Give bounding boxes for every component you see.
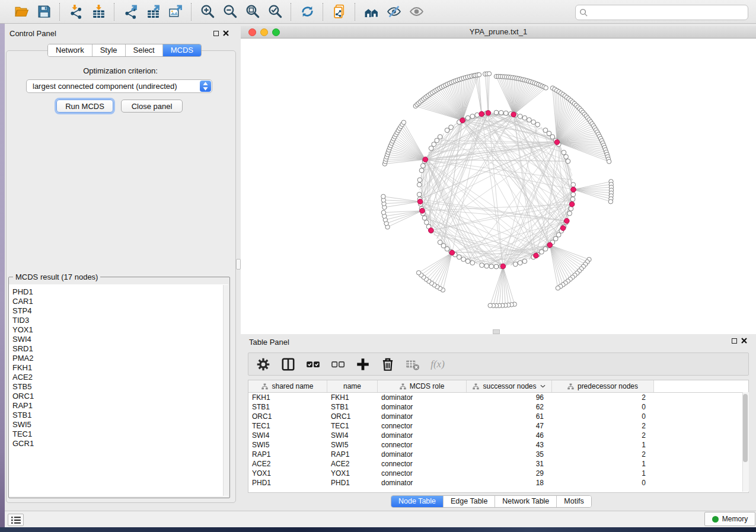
column-header-shared-name[interactable]: shared name xyxy=(248,380,327,392)
export-network-icon[interactable] xyxy=(122,4,139,20)
function-icon[interactable]: f(x) xyxy=(430,357,445,372)
search-box[interactable] xyxy=(575,5,748,20)
table-row-FKH1[interactable]: FKH1FKH1dominator962 xyxy=(248,393,748,402)
node-table-header: shared namenameMCDS rolesuccessor nodesp… xyxy=(248,380,748,393)
column-header-MCDS-role[interactable]: MCDS role xyxy=(378,380,467,392)
cell-successor_nodes: 35 xyxy=(467,450,552,459)
cell-mcds_role: dominator xyxy=(378,393,467,402)
mcds-result-item[interactable]: TEC1 xyxy=(9,430,228,439)
mcds-result-item[interactable]: STB1 xyxy=(9,411,228,420)
float-panel-icon[interactable] xyxy=(213,31,219,36)
delete-table-icon[interactable] xyxy=(405,357,420,372)
mcds-result-item[interactable]: YOX1 xyxy=(9,325,228,335)
list-icon xyxy=(11,516,21,524)
table-scrollbar-thumb[interactable] xyxy=(743,394,748,462)
tab-select[interactable]: Select xyxy=(126,44,163,56)
table-row-ACE2[interactable]: ACE2ACE2connector311 xyxy=(248,459,748,469)
window-close-button[interactable] xyxy=(248,28,256,36)
mcds-result-item[interactable]: SWI4 xyxy=(9,335,228,344)
tab-motifs[interactable]: Motifs xyxy=(557,496,591,507)
mcds-result-item[interactable]: ACE2 xyxy=(9,373,228,382)
gear-icon[interactable] xyxy=(256,357,271,372)
network-canvas[interactable] xyxy=(241,39,756,334)
hide-selected-icon[interactable] xyxy=(385,4,402,20)
run-mcds-button[interactable]: Run MCDS xyxy=(56,100,113,113)
delete-row-icon[interactable] xyxy=(380,357,395,372)
mcds-result-item[interactable]: STP4 xyxy=(9,306,228,316)
cell-successor_nodes: 43 xyxy=(467,440,552,450)
cell-predecessor_nodes: 0 xyxy=(552,478,654,488)
table-row-TEC1[interactable]: TEC1TEC1connector472 xyxy=(248,421,748,431)
close-table-panel-icon[interactable] xyxy=(741,338,747,344)
attribute-icon xyxy=(400,383,406,390)
window-maximize-button[interactable] xyxy=(272,28,280,36)
add-row-icon[interactable] xyxy=(355,357,371,372)
search-input[interactable] xyxy=(591,7,748,18)
cell-predecessor_nodes: 1 xyxy=(552,459,654,469)
mcds-result-item[interactable]: SRD1 xyxy=(9,344,228,354)
new-network-from-selection-icon[interactable] xyxy=(331,4,347,20)
table-row-SWI4[interactable]: SWI4SWI4dominator462 xyxy=(248,431,748,440)
select-all-icon[interactable] xyxy=(305,357,321,372)
table-row-PHD1[interactable]: PHD1PHD1dominator180 xyxy=(248,478,748,488)
show-all-icon[interactable] xyxy=(408,4,425,20)
mcds-result-item[interactable]: GCR1 xyxy=(9,439,228,448)
mcds-result-item[interactable]: PMA2 xyxy=(9,354,228,363)
zoom-selected-icon[interactable] xyxy=(267,4,283,20)
attribute-icon xyxy=(567,383,574,390)
network-window-titlebar[interactable]: YPA_prune.txt_1 xyxy=(241,26,756,39)
table-row-RAP1[interactable]: RAP1RAP1dominator352 xyxy=(248,450,748,459)
column-header-name[interactable]: name xyxy=(327,380,378,392)
export-table-icon[interactable] xyxy=(145,4,161,20)
zoom-in-icon[interactable] xyxy=(199,4,216,20)
cell-shared_name: ACE2 xyxy=(248,459,327,469)
column-header-predecessor-nodes[interactable]: predecessor nodes xyxy=(552,380,654,392)
zoom-out-icon[interactable] xyxy=(222,4,238,20)
mcds-result-list[interactable]: PHD1CAR1STP4TID3YOX1SWI4SRD1PMA2FKH1ACE2… xyxy=(9,284,228,496)
tab-network[interactable]: Network xyxy=(48,44,92,56)
close-panel-icon[interactable] xyxy=(223,30,229,36)
close-panel-button[interactable]: Close panel xyxy=(121,100,183,113)
import-table-icon[interactable] xyxy=(90,4,107,20)
tab-style[interactable]: Style xyxy=(92,44,126,56)
mcds-result-item[interactable]: FKH1 xyxy=(9,363,228,373)
split-columns-icon[interactable] xyxy=(280,357,296,372)
mcds-result-item[interactable]: STB5 xyxy=(9,382,228,392)
mcds-result-item[interactable]: RAP1 xyxy=(9,401,228,411)
export-image-icon[interactable] xyxy=(167,4,184,20)
window-minimize-button[interactable] xyxy=(260,28,268,36)
task-history-button[interactable] xyxy=(8,514,24,526)
mcds-result-item[interactable]: TID3 xyxy=(9,316,228,325)
mcds-result-item[interactable]: SWI5 xyxy=(9,420,228,430)
tab-mcds[interactable]: MCDS xyxy=(163,44,201,56)
import-network-icon[interactable] xyxy=(68,4,84,20)
cell-shared_name: STB1 xyxy=(248,402,327,412)
canvas-splitter-handle[interactable] xyxy=(493,329,500,334)
zoom-fit-icon[interactable] xyxy=(244,4,261,20)
table-row-YOX1[interactable]: YOX1YOX1connector291 xyxy=(248,469,748,478)
mcds-result-item[interactable]: ORC1 xyxy=(9,392,228,401)
unselect-all-icon[interactable] xyxy=(330,357,346,372)
panel-splitter-handle[interactable] xyxy=(236,259,241,270)
save-icon[interactable] xyxy=(36,4,52,20)
optimization-criterion-select[interactable]: largest connected component (undirected) xyxy=(26,79,212,93)
optimization-criterion-label: Optimization criterion: xyxy=(6,66,235,75)
open-icon[interactable] xyxy=(13,4,30,20)
mcds-list-scrollbar[interactable] xyxy=(223,285,229,496)
table-row-STB1[interactable]: STB1STB1dominator620 xyxy=(248,402,748,412)
float-table-panel-icon[interactable] xyxy=(732,338,737,344)
table-row-ORC1[interactable]: ORC1ORC1dominator610 xyxy=(248,412,748,421)
node-table: shared namenameMCDS rolesuccessor nodesp… xyxy=(248,380,749,493)
column-header-successor-nodes[interactable]: successor nodes xyxy=(467,380,552,392)
table-panel-tabs: Node TableEdge TableNetwork TableMotifs xyxy=(391,495,592,508)
first-neighbors-icon[interactable] xyxy=(363,4,379,20)
mcds-result-item[interactable]: PHD1 xyxy=(9,287,228,297)
tab-edge-table[interactable]: Edge Table xyxy=(444,496,495,507)
memory-button[interactable]: Memory xyxy=(704,512,755,526)
tab-network-table[interactable]: Network Table xyxy=(495,496,557,507)
table-row-SWI5[interactable]: SWI5SWI5connector431 xyxy=(248,440,748,450)
refresh-icon[interactable] xyxy=(299,4,315,20)
control-panel-title: Control Panel xyxy=(9,29,56,38)
mcds-result-item[interactable]: CAR1 xyxy=(9,297,228,306)
tab-node-table[interactable]: Node Table xyxy=(391,496,444,507)
